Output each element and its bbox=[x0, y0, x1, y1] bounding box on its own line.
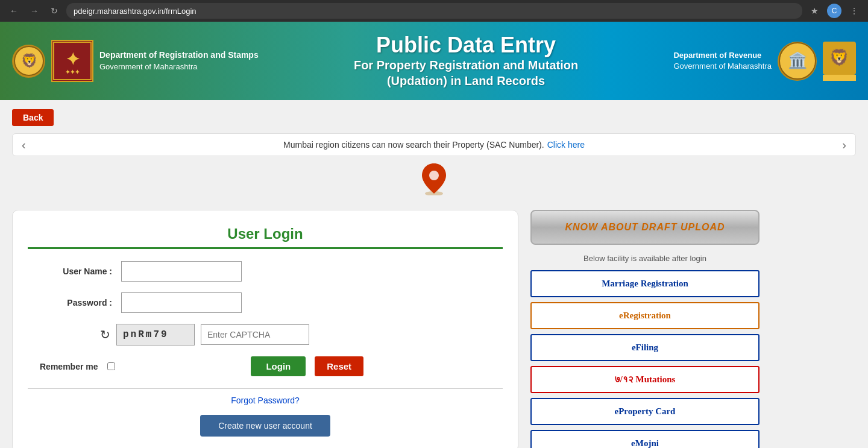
remember-row: Remember me Login Reset bbox=[28, 356, 503, 376]
main-content: Back ‹ Mumbai region citizens can now se… bbox=[0, 100, 868, 448]
url-bar[interactable] bbox=[66, 3, 802, 19]
mutations-button[interactable]: ७/१२ Mutations bbox=[530, 366, 760, 393]
svg-text:✦: ✦ bbox=[66, 50, 80, 69]
forgot-password-section: Forgot Password? bbox=[28, 395, 503, 406]
site-subtitle: For Property Registration and Mutation (… bbox=[259, 57, 674, 89]
username-row: User Name : bbox=[28, 261, 503, 282]
location-area bbox=[12, 162, 856, 201]
form-divider bbox=[28, 388, 503, 389]
eregistration-button[interactable]: eRegistration bbox=[530, 302, 760, 329]
svg-text:✦✦✦: ✦✦✦ bbox=[65, 69, 80, 75]
back-nav-button[interactable]: ← bbox=[6, 4, 22, 18]
username-input[interactable] bbox=[121, 261, 242, 282]
svg-point-12 bbox=[429, 171, 439, 180]
emojni-button[interactable]: eMojni bbox=[530, 430, 760, 448]
login-button[interactable]: Login bbox=[251, 356, 306, 376]
site-title: Public Data Entry bbox=[259, 33, 674, 57]
right-emblem-icon: 🏛️ bbox=[778, 42, 817, 81]
remember-label: Remember me bbox=[40, 362, 98, 371]
dept-logo-icon: ✦ ✦✦✦ bbox=[51, 40, 93, 82]
login-box: User Login User Name : Password : ↻ pnRm… bbox=[12, 210, 518, 448]
login-divider bbox=[28, 247, 503, 249]
svg-text:🦁: 🦁 bbox=[829, 48, 849, 67]
eproperty-card-button[interactable]: eProperty Card bbox=[530, 398, 760, 425]
svg-text:🦁: 🦁 bbox=[20, 52, 37, 69]
facility-text: Below facility is available after login bbox=[530, 254, 760, 263]
right-ashoka-icon: 🦁 bbox=[823, 45, 856, 78]
header-right: Department of Revenue Government of Maha… bbox=[673, 42, 856, 81]
forgot-password-link[interactable]: Forgot Password? bbox=[231, 396, 300, 405]
dept-left-text: Department of Registration and Stamps Go… bbox=[99, 49, 259, 72]
efiling-button[interactable]: eFiling bbox=[530, 334, 760, 361]
marriage-registration-button[interactable]: Marriage Registration bbox=[530, 270, 760, 297]
captcha-input[interactable] bbox=[201, 324, 309, 345]
password-row: Password : bbox=[28, 292, 503, 313]
site-header: 🦁 ✦ ✦✦✦ Department of Registration and S… bbox=[0, 22, 868, 100]
notice-bar: ‹ Mumbai region citizens can now search … bbox=[12, 133, 856, 156]
draft-upload-button[interactable]: KNOW ABOUT DRAFT UPLOAD bbox=[530, 210, 760, 245]
password-label: Password : bbox=[40, 298, 112, 308]
browser-menu-icon[interactable]: ⋮ bbox=[846, 4, 862, 18]
header-center: Public Data Entry For Property Registrat… bbox=[259, 33, 674, 89]
carousel-prev-button[interactable]: ‹ bbox=[22, 138, 26, 152]
notice-text: Mumbai region citizens can now search th… bbox=[283, 140, 544, 150]
profile-button[interactable]: C bbox=[827, 4, 841, 18]
right-panel: KNOW ABOUT DRAFT UPLOAD Below facility i… bbox=[530, 210, 760, 448]
back-button[interactable]: Back bbox=[12, 109, 54, 126]
draft-upload-label: KNOW ABOUT DRAFT UPLOAD bbox=[565, 222, 725, 232]
reset-button[interactable]: Reset bbox=[315, 356, 363, 376]
svg-text:🏛️: 🏛️ bbox=[788, 51, 808, 70]
login-title: User Login bbox=[28, 226, 503, 242]
create-account-button[interactable]: Create new user account bbox=[200, 415, 330, 437]
reload-button[interactable]: ↻ bbox=[47, 4, 61, 18]
header-left: 🦁 ✦ ✦✦✦ Department of Registration and S… bbox=[12, 40, 259, 82]
two-col-layout: User Login User Name : Password : ↻ pnRm… bbox=[12, 210, 856, 448]
svg-rect-10 bbox=[823, 75, 856, 81]
captcha-row: ↻ pnRm79 bbox=[28, 324, 503, 345]
captcha-image: pnRm79 bbox=[116, 324, 195, 345]
remember-me-checkbox[interactable] bbox=[107, 362, 115, 370]
bookmark-icon[interactable]: ★ bbox=[807, 4, 822, 18]
notice-link[interactable]: Click here bbox=[547, 140, 585, 150]
carousel-next-button[interactable]: › bbox=[842, 138, 846, 152]
captcha-refresh-icon[interactable]: ↻ bbox=[100, 327, 110, 342]
username-label: User Name : bbox=[40, 267, 112, 276]
location-pin-icon bbox=[419, 162, 449, 201]
dept-right-text: Department of Revenue Government of Maha… bbox=[673, 50, 772, 72]
left-emblem-icon: 🦁 bbox=[12, 45, 45, 78]
password-input[interactable] bbox=[121, 292, 242, 313]
browser-chrome: ← → ↻ ★ C ⋮ bbox=[0, 0, 868, 22]
forward-nav-button[interactable]: → bbox=[27, 4, 42, 18]
